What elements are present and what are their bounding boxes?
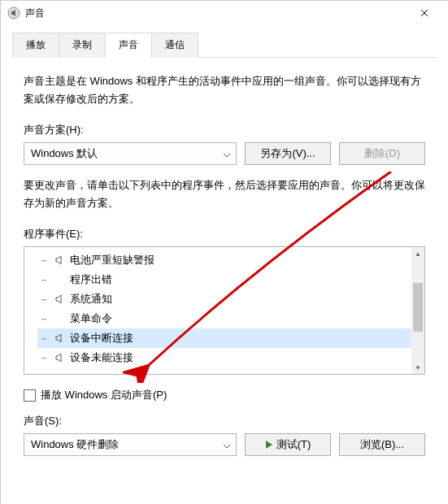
event-item-label: 菜单命令 [70, 311, 112, 326]
tab-comm[interactable]: 通信 [151, 33, 198, 58]
tab-strip: 播放 录制 声音 通信 [12, 32, 437, 58]
scheme-label: 声音方案(H): [24, 123, 425, 137]
save-as-button[interactable]: 另存为(V)... [245, 142, 331, 165]
scheme-combobox[interactable]: Windows 默认 [24, 142, 237, 165]
startup-sound-checkbox[interactable] [24, 389, 36, 402]
window-title: 声音 [7, 7, 406, 20]
scroll-up-button[interactable]: ▲ [411, 247, 424, 260]
event-item-label: 系统通知 [70, 292, 112, 306]
sound-combobox[interactable]: Windows 硬件删除 [24, 433, 237, 456]
speaker-icon [54, 254, 67, 266]
titlebar: 声音 [1, 1, 448, 25]
event-item-label: 程序出错 [70, 272, 112, 287]
tab-pane: 声音主题是在 Windows 和程序产生的活动事件中应用的一组声音。你可以选择现… [1, 58, 448, 456]
events-label: 程序事件(E): [24, 227, 425, 241]
sound-label: 声音(S): [24, 414, 425, 428]
browse-button[interactable]: 浏览(B)... [339, 433, 425, 456]
scroll-down-button[interactable]: ▼ [411, 361, 424, 374]
speaker-window-icon [7, 7, 20, 20]
event-item[interactable]: ⋯设备中断连接 [37, 328, 411, 348]
event-item[interactable]: ⋯电池严重短缺警报 [37, 250, 411, 270]
event-item[interactable]: ⋯系统通知 [37, 289, 411, 309]
events-scrollbar[interactable]: ▲ ▼ [411, 247, 424, 374]
event-item[interactable]: ⋯程序出错 [37, 270, 411, 289]
window-title-text: 声音 [25, 7, 45, 20]
startup-sound-label: 播放 Windows 启动声音(P) [41, 388, 167, 402]
test-button[interactable]: 测试(T) [245, 433, 331, 456]
events-listbox[interactable]: ⋯电池严重短缺警报⋯程序出错⋯系统通知⋯菜单命令⋯设备中断连接⋯设备未能连接 ▲… [24, 246, 425, 375]
speaker-icon [54, 352, 67, 363]
chevron-down-icon [223, 439, 231, 451]
event-item-label: 设备未能连接 [70, 350, 133, 365]
tree-connector: ⋯ [37, 255, 50, 266]
sound-dialog: 声音 播放 录制 声音 通信 声音主题是在 Windows 和程序产生的活动事件… [0, 0, 448, 504]
event-item[interactable]: ⋯菜单命令 [37, 309, 411, 328]
tab-playback[interactable]: 播放 [12, 33, 59, 58]
tab-record[interactable]: 录制 [59, 33, 106, 58]
speaker-icon [54, 332, 67, 344]
delete-button[interactable]: 删除(D) [339, 142, 425, 165]
close-button[interactable] [406, 1, 443, 25]
tree-connector: ⋯ [37, 353, 50, 363]
tree-connector: ⋯ [37, 333, 50, 344]
events-description: 要更改声音，请单击以下列表中的程序事件，然后选择要应用的声音。你可以将更改保存为… [24, 176, 425, 212]
tree-connector: ⋯ [37, 314, 50, 324]
event-item-label: 电池严重短缺警报 [70, 253, 154, 267]
event-item[interactable]: ⋯设备未能连接 [37, 348, 411, 367]
tree-connector: ⋯ [37, 275, 50, 285]
event-item-label: 设备中断连接 [70, 331, 133, 345]
play-icon [265, 441, 273, 449]
scheme-description: 声音主题是在 Windows 和程序产生的活动事件中应用的一组声音。你可以选择现… [24, 72, 425, 108]
tree-connector: ⋯ [37, 294, 50, 305]
scheme-value: Windows 默认 [31, 146, 98, 161]
tab-sound[interactable]: 声音 [105, 33, 152, 58]
sound-value: Windows 硬件删除 [31, 437, 119, 452]
close-icon [420, 9, 428, 17]
scroll-track[interactable] [411, 260, 424, 361]
scroll-thumb[interactable] [413, 283, 423, 332]
chevron-down-icon [223, 148, 231, 160]
test-button-label: 测试(T) [276, 437, 311, 452]
speaker-icon [54, 293, 67, 305]
